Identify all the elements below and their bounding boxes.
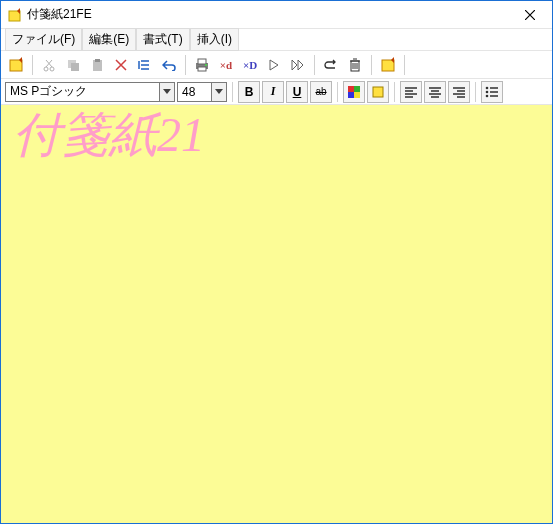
svg-rect-17 <box>354 92 360 98</box>
svg-rect-5 <box>71 63 79 71</box>
repeat-button[interactable] <box>320 54 342 76</box>
bold-button[interactable]: B <box>238 81 260 103</box>
separator <box>475 82 476 102</box>
formatbar: MS Pゴシック 48 B I U ab <box>1 79 552 105</box>
close-button[interactable] <box>508 1 552 28</box>
bgcolor-button[interactable] <box>367 81 389 103</box>
menubar: ファイル(F) 編集(E) 書式(T) 挿入(I) <box>1 29 552 51</box>
menu-file[interactable]: ファイル(F) <box>5 28 82 51</box>
svg-rect-0 <box>9 11 20 21</box>
svg-rect-14 <box>348 86 354 92</box>
separator <box>185 55 186 75</box>
svg-rect-1 <box>10 60 22 71</box>
note-text: 付箋紙21 <box>13 109 540 162</box>
paste-button[interactable] <box>86 54 108 76</box>
note-color-button[interactable] <box>377 54 399 76</box>
svg-point-21 <box>486 94 489 97</box>
menu-edit[interactable]: 編集(E) <box>82 28 136 51</box>
separator <box>404 55 405 75</box>
note-content-area[interactable]: 付箋紙21 <box>1 105 552 523</box>
note-icon-button[interactable] <box>5 54 27 76</box>
font-name-select[interactable]: MS Pゴシック <box>5 82 175 102</box>
separator <box>371 55 372 75</box>
svg-rect-9 <box>198 59 206 64</box>
separator <box>32 55 33 75</box>
svg-point-20 <box>486 90 489 93</box>
toolbar: ×d ×D <box>1 51 552 79</box>
underline-button[interactable]: U <box>286 81 308 103</box>
xd-upper-button[interactable]: ×D <box>239 54 261 76</box>
svg-point-11 <box>205 64 207 66</box>
chevron-down-icon <box>159 83 174 101</box>
app-icon <box>7 7 23 23</box>
font-name-value: MS Pゴシック <box>10 83 87 100</box>
copy-button[interactable] <box>62 54 84 76</box>
chevron-down-icon <box>211 83 226 101</box>
align-left-button[interactable] <box>400 81 422 103</box>
window: 付箋紙21FE ファイル(F) 編集(E) 書式(T) 挿入(I) <box>0 0 553 524</box>
window-title: 付箋紙21FE <box>27 6 508 23</box>
svg-rect-13 <box>382 60 394 71</box>
play-outline-button[interactable] <box>263 54 285 76</box>
menu-insert[interactable]: 挿入(I) <box>190 28 239 51</box>
svg-rect-16 <box>348 92 354 98</box>
separator <box>232 82 233 102</box>
italic-button[interactable]: I <box>262 81 284 103</box>
svg-rect-7 <box>95 59 100 62</box>
delete-button[interactable] <box>110 54 132 76</box>
titlebar: 付箋紙21FE <box>1 1 552 29</box>
xd-lower-button[interactable]: ×d <box>215 54 237 76</box>
svg-rect-15 <box>354 86 360 92</box>
font-size-select[interactable]: 48 <box>177 82 227 102</box>
play-double-button[interactable] <box>287 54 309 76</box>
strike-button[interactable]: ab <box>310 81 332 103</box>
separator <box>314 55 315 75</box>
bullet-list-button[interactable] <box>481 81 503 103</box>
font-size-value: 48 <box>182 85 195 99</box>
close-icon <box>525 10 535 20</box>
svg-point-19 <box>486 86 489 89</box>
cut-button[interactable] <box>38 54 60 76</box>
svg-point-2 <box>44 67 48 71</box>
menu-format[interactable]: 書式(T) <box>136 28 189 51</box>
align-center-button[interactable] <box>424 81 446 103</box>
align-right-button[interactable] <box>448 81 470 103</box>
svg-point-3 <box>50 67 54 71</box>
trash-button[interactable] <box>344 54 366 76</box>
separator <box>337 82 338 102</box>
undo-button[interactable] <box>158 54 180 76</box>
list-indent-button[interactable] <box>134 54 156 76</box>
svg-rect-10 <box>198 67 206 71</box>
color-palette-button[interactable] <box>343 81 365 103</box>
print-button[interactable] <box>191 54 213 76</box>
separator <box>394 82 395 102</box>
svg-rect-18 <box>373 87 383 97</box>
